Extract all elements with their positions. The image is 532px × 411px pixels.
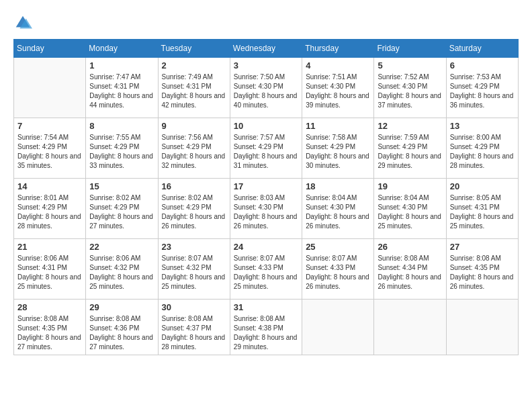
calendar-header-wednesday: Wednesday [230,40,302,58]
day-info: Sunrise: 8:08 AMSunset: 4:35 PMDaylight:… [450,254,515,291]
day-number: 4 [306,60,370,71]
calendar-cell: 21Sunrise: 8:06 AMSunset: 4:31 PMDayligh… [14,239,86,300]
calendar-cell: 6Sunrise: 7:53 AMSunset: 4:29 PMDaylight… [446,58,518,118]
day-number: 28 [17,302,82,312]
day-number: 10 [234,121,298,131]
calendar-cell: 3Sunrise: 7:50 AMSunset: 4:30 PMDaylight… [230,58,302,118]
day-info: Sunrise: 8:08 AMSunset: 4:38 PMDaylight:… [234,314,298,352]
calendar-cell: 2Sunrise: 7:49 AMSunset: 4:31 PMDaylight… [158,58,230,118]
day-number: 13 [450,121,515,131]
day-number: 24 [234,242,298,252]
calendar-table: SundayMondayTuesdayWednesdayThursdayFrid… [13,39,519,355]
logo-icon [13,13,32,32]
day-number: 27 [450,242,515,252]
calendar-cell: 4Sunrise: 7:51 AMSunset: 4:30 PMDaylight… [302,58,374,118]
day-number: 18 [306,181,370,191]
calendar-week-row: 21Sunrise: 8:06 AMSunset: 4:31 PMDayligh… [14,239,519,300]
day-info: Sunrise: 8:04 AMSunset: 4:30 PMDaylight:… [378,193,442,231]
calendar-cell [446,300,518,355]
calendar-header-friday: Friday [374,40,446,58]
day-number: 3 [234,60,298,71]
day-number: 26 [378,242,442,252]
day-info: Sunrise: 7:51 AMSunset: 4:30 PMDaylight:… [306,73,370,110]
day-number: 30 [162,302,226,312]
day-info: Sunrise: 8:03 AMSunset: 4:30 PMDaylight:… [234,193,298,231]
day-number: 8 [89,121,154,131]
calendar-cell: 22Sunrise: 8:06 AMSunset: 4:32 PMDayligh… [86,239,158,300]
day-info: Sunrise: 7:56 AMSunset: 4:29 PMDaylight:… [162,133,226,171]
calendar-cell: 7Sunrise: 7:54 AMSunset: 4:29 PMDaylight… [14,118,86,179]
day-info: Sunrise: 8:06 AMSunset: 4:31 PMDaylight:… [17,254,82,291]
day-number: 23 [162,242,226,252]
day-info: Sunrise: 7:47 AMSunset: 4:31 PMDaylight:… [89,73,154,110]
day-info: Sunrise: 8:08 AMSunset: 4:35 PMDaylight:… [17,314,82,352]
calendar-week-row: 28Sunrise: 8:08 AMSunset: 4:35 PMDayligh… [14,300,519,355]
calendar-cell [302,300,374,355]
day-number: 1 [89,60,154,71]
calendar-cell: 20Sunrise: 8:05 AMSunset: 4:31 PMDayligh… [446,179,518,239]
calendar-cell: 18Sunrise: 8:04 AMSunset: 4:30 PMDayligh… [302,179,374,239]
day-info: Sunrise: 8:07 AMSunset: 4:33 PMDaylight:… [306,254,370,291]
calendar-cell: 31Sunrise: 8:08 AMSunset: 4:38 PMDayligh… [230,300,302,355]
day-number: 12 [378,121,442,131]
day-info: Sunrise: 8:05 AMSunset: 4:31 PMDaylight:… [450,193,515,231]
calendar-header-monday: Monday [86,40,158,58]
day-number: 15 [89,181,154,191]
day-info: Sunrise: 7:58 AMSunset: 4:29 PMDaylight:… [306,133,370,171]
day-number: 16 [162,181,226,191]
day-number: 25 [306,242,370,252]
calendar-week-row: 1Sunrise: 7:47 AMSunset: 4:31 PMDaylight… [14,58,519,118]
calendar-week-row: 7Sunrise: 7:54 AMSunset: 4:29 PMDaylight… [14,118,519,179]
calendar-cell: 28Sunrise: 8:08 AMSunset: 4:35 PMDayligh… [14,300,86,355]
day-info: Sunrise: 8:02 AMSunset: 4:29 PMDaylight:… [89,193,154,231]
calendar-cell: 12Sunrise: 7:59 AMSunset: 4:29 PMDayligh… [374,118,446,179]
calendar-cell: 23Sunrise: 8:07 AMSunset: 4:32 PMDayligh… [158,239,230,300]
calendar-cell: 17Sunrise: 8:03 AMSunset: 4:30 PMDayligh… [230,179,302,239]
calendar-cell: 5Sunrise: 7:52 AMSunset: 4:30 PMDaylight… [374,58,446,118]
day-info: Sunrise: 7:55 AMSunset: 4:29 PMDaylight:… [89,133,154,171]
calendar-header-tuesday: Tuesday [158,40,230,58]
day-number: 17 [234,181,298,191]
day-info: Sunrise: 8:02 AMSunset: 4:29 PMDaylight:… [162,193,226,231]
day-info: Sunrise: 7:54 AMSunset: 4:29 PMDaylight:… [17,133,82,171]
calendar-cell: 11Sunrise: 7:58 AMSunset: 4:29 PMDayligh… [302,118,374,179]
calendar-header-saturday: Saturday [446,40,518,58]
day-number: 5 [378,60,442,71]
calendar-cell: 14Sunrise: 8:01 AMSunset: 4:29 PMDayligh… [14,179,86,239]
day-info: Sunrise: 7:59 AMSunset: 4:29 PMDaylight:… [378,133,442,171]
calendar-cell: 30Sunrise: 8:08 AMSunset: 4:37 PMDayligh… [158,300,230,355]
calendar-cell: 8Sunrise: 7:55 AMSunset: 4:29 PMDaylight… [86,118,158,179]
day-number: 9 [162,121,226,131]
day-info: Sunrise: 8:07 AMSunset: 4:32 PMDaylight:… [162,254,226,291]
day-info: Sunrise: 8:04 AMSunset: 4:30 PMDaylight:… [306,193,370,231]
calendar-cell: 24Sunrise: 8:07 AMSunset: 4:33 PMDayligh… [230,239,302,300]
calendar-header-thursday: Thursday [302,40,374,58]
calendar-header-sunday: Sunday [14,40,86,58]
calendar-cell: 26Sunrise: 8:08 AMSunset: 4:34 PMDayligh… [374,239,446,300]
calendar-cell: 9Sunrise: 7:56 AMSunset: 4:29 PMDaylight… [158,118,230,179]
calendar-cell: 10Sunrise: 7:57 AMSunset: 4:29 PMDayligh… [230,118,302,179]
day-info: Sunrise: 7:50 AMSunset: 4:30 PMDaylight:… [234,73,298,110]
calendar-cell: 27Sunrise: 8:08 AMSunset: 4:35 PMDayligh… [446,239,518,300]
day-number: 2 [162,60,226,71]
day-number: 21 [17,242,82,252]
calendar-cell: 13Sunrise: 8:00 AMSunset: 4:29 PMDayligh… [446,118,518,179]
calendar-cell: 29Sunrise: 8:08 AMSunset: 4:36 PMDayligh… [86,300,158,355]
calendar-cell [374,300,446,355]
day-info: Sunrise: 7:52 AMSunset: 4:30 PMDaylight:… [378,73,442,110]
day-info: Sunrise: 7:53 AMSunset: 4:29 PMDaylight:… [450,73,515,110]
calendar-header-row: SundayMondayTuesdayWednesdayThursdayFrid… [14,40,519,58]
day-number: 7 [17,121,82,131]
day-number: 31 [234,302,298,312]
day-info: Sunrise: 8:01 AMSunset: 4:29 PMDaylight:… [17,193,82,231]
day-number: 11 [306,121,370,131]
calendar-cell: 1Sunrise: 7:47 AMSunset: 4:31 PMDaylight… [86,58,158,118]
calendar-cell: 25Sunrise: 8:07 AMSunset: 4:33 PMDayligh… [302,239,374,300]
logo [13,13,35,32]
day-number: 19 [378,181,442,191]
calendar-cell: 19Sunrise: 8:04 AMSunset: 4:30 PMDayligh… [374,179,446,239]
day-number: 14 [17,181,82,191]
day-info: Sunrise: 8:08 AMSunset: 4:37 PMDaylight:… [162,314,226,352]
day-number: 29 [89,302,154,312]
day-number: 22 [89,242,154,252]
